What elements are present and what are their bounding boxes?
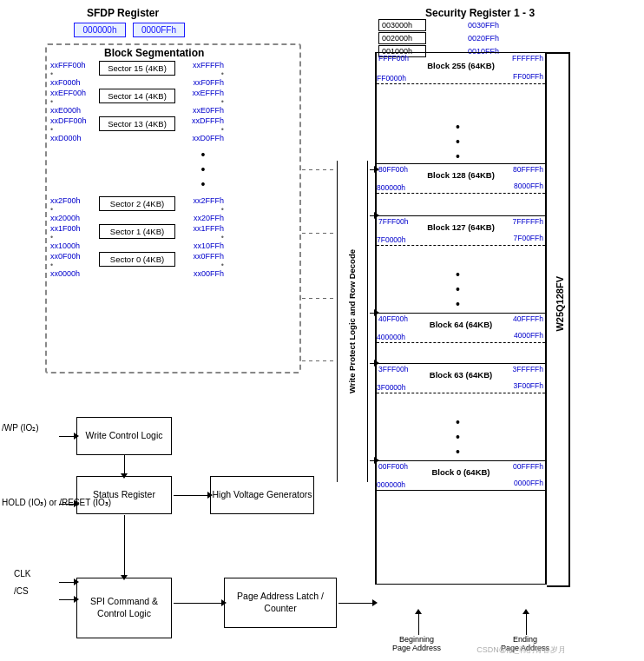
block-64: 40FF00h 40FFFFh Block 64 (64KB) 400000h … — [377, 313, 545, 343]
chip-label: W25Q128FV — [555, 276, 565, 332]
block-64-br: 4000FFh — [514, 331, 543, 340]
sector-row-0: xx0F00h • xx0000h Sector 0 (4KB) xx0FFFh… — [50, 252, 295, 278]
seg-to-wp-line-1 — [302, 169, 335, 170]
sfdp-addr-row: 000000h 0000FFh — [74, 23, 185, 37]
sector-15-bl2: xxF000h — [50, 78, 95, 87]
sector-15-tl: xxFFF00h — [50, 61, 95, 69]
chip-bottom-right-border — [547, 585, 568, 587]
block-128: 80FF00h 80FFFFh Block 128 (64KB) 800000h… — [377, 163, 545, 194]
ending-addr-arrow — [526, 613, 527, 635]
block-seg-title: Block Segmentation — [104, 47, 204, 59]
block-63-tr: 3FFFFFh — [513, 365, 543, 373]
sec-reg-addr-right-1: 0030FFh — [430, 21, 499, 30]
sector-row-13: xxDFF00h • xxD000h Sector 13 (4KB) xxDFF… — [50, 116, 295, 142]
sector-table: xxFFF00h • xxF000h Sector 15 (4KB) xxFFF… — [50, 61, 295, 280]
mem-dots-3: ••• — [456, 415, 460, 459]
chip-right-border — [568, 52, 570, 587]
block-64-tr: 40FFFFh — [513, 314, 543, 323]
block-0-br: 0000FFh — [514, 479, 543, 487]
sector-13-label: Sector 13 (4KB) — [99, 116, 175, 131]
sr-to-hv-arrow — [174, 495, 208, 496]
block-128-bl: 800000h — [377, 183, 405, 192]
sector-15-tr: xxFFFFh — [179, 61, 224, 69]
block-127-bl: 7F0000h — [377, 235, 406, 244]
block-128-br: 8000FFh — [514, 182, 543, 190]
security-label: Security Register 1 - 3 — [425, 7, 535, 19]
sector-2-label: Sector 2 (4KB) — [99, 196, 175, 211]
block-255: FFFF00h FFFFFFh Block 255 (64KB) FF0000h… — [377, 52, 545, 84]
spi-command-block: SPI Command & Control Logic — [76, 578, 172, 638]
wp-to-mem-arrow-5 — [370, 460, 375, 461]
hold-signal-label: HOLD (IO₃) or /RESET (IO₃) — [2, 497, 111, 508]
block-0-tr: 00FFFFh — [513, 462, 543, 471]
mem-map-right-border — [545, 52, 547, 584]
wp-to-mem-arrow-1 — [370, 169, 375, 170]
block-0-tl: 00FF00h — [378, 462, 408, 471]
page-address-label: Page Address Latch / Counter — [225, 591, 336, 614]
cs-signal-label: /CS — [14, 586, 29, 596]
block-63-bl: 3F0000h — [377, 383, 406, 392]
block-128-tl: 80FF00h — [378, 165, 408, 174]
block-63-br: 3F00FFh — [514, 381, 544, 390]
sector-row-14: xxEFF00h • xxE000h Sector 14 (4KB) xxEFF… — [50, 89, 295, 115]
spi-command-label: SPI Command & Control Logic — [77, 596, 171, 619]
wp-to-mem-arrow-4 — [370, 363, 375, 364]
sec-reg-row-2: 002000h 0020FFh — [378, 32, 499, 44]
sfdp-addr-end: 0000FFh — [133, 23, 185, 37]
wp-to-mem-arrow-2 — [370, 215, 375, 216]
chip-top-right-border — [547, 52, 568, 54]
sector-dots-middle: ••• — [111, 144, 295, 195]
sfdp-addr-start: 000000h — [74, 23, 126, 37]
block-127-br: 7F00FFh — [514, 234, 544, 242]
block-127-tl: 7FFF00h — [378, 217, 409, 226]
wcl-to-sr-arrow — [124, 455, 125, 474]
clk-signal-label: CLK — [14, 569, 30, 578]
beginning-addr-arrow — [418, 613, 419, 635]
write-control-block: Write Control Logic — [76, 417, 172, 455]
wp-to-wcl-arrow — [59, 436, 75, 437]
sfdp-label: SFDP Register — [87, 7, 159, 19]
high-voltage-label: High Voltage Generators — [213, 489, 312, 501]
high-voltage-block: High Voltage Generators — [210, 476, 314, 514]
hold-to-sr-arrow — [59, 504, 75, 505]
write-control-label: Write Control Logic — [85, 430, 162, 442]
mem-dots-2: ••• — [456, 268, 460, 311]
status-register-block: Status Register — [76, 476, 172, 514]
block-0-bl: 000000h — [377, 480, 405, 489]
diagram-container: SFDP Register 000000h 0000FFh Security R… — [0, 0, 644, 661]
sector-row-15: xxFFF00h • xxF000h Sector 15 (4KB) xxFFF… — [50, 61, 295, 87]
seg-to-wp-line-4 — [302, 360, 335, 361]
block-127-tr: 7FFFFFh — [513, 217, 543, 226]
block-255-tr: FFFFFFh — [512, 54, 543, 63]
beginning-page-label: BeginningPage Address — [382, 635, 451, 652]
wp-signal-label: /WP (IO₂) — [2, 423, 39, 433]
sector-14-label: Sector 14 (4KB) — [99, 89, 175, 103]
page-address-latch-block: Page Address Latch / Counter — [224, 578, 337, 628]
sector-row-2: xx2F00h • xx2000h Sector 2 (4KB) xx2FFFh… — [50, 196, 295, 222]
sector-15-bl: • — [50, 69, 95, 78]
block-64-tl: 40FF00h — [378, 314, 408, 323]
sec-reg-addr-left-1: 003000h — [378, 19, 426, 31]
sec-reg-addr-left-2: 002000h — [378, 32, 426, 44]
seg-to-wp-line-3 — [302, 298, 335, 299]
spi-to-palc-arrow — [174, 603, 222, 604]
sec-reg-addr-right-2: 0020FFh — [430, 34, 499, 43]
block-0: 00FF00h 00FFFFh Block 0 (64KB) 000000h 0… — [377, 460, 545, 491]
seg-to-wp-line-2 — [302, 233, 335, 234]
mem-dots-1: ••• — [456, 120, 460, 163]
sector-0-label: Sector 0 (4KB) — [99, 252, 175, 267]
mem-map-bottom-border — [375, 584, 547, 585]
block-63-tl: 3FFF00h — [378, 365, 409, 373]
watermark: CSDN@战_韩的青春岁月 — [476, 644, 566, 656]
sr-to-spi-arrow — [124, 515, 125, 576]
palc-to-mem-arrow — [338, 603, 373, 604]
chip-label-container: W25Q128FV — [552, 87, 568, 521]
block-127: 7FFF00h 7FFFFFh Block 127 (64KB) 7F0000h… — [377, 215, 545, 246]
wp-to-mem-arrow-3 — [370, 313, 375, 314]
wp-logic-label: Write Protect Logic and Row Decode — [347, 249, 357, 393]
block-128-tr: 80FFFFh — [513, 165, 543, 174]
block-255-br: FF00FFh — [513, 72, 543, 81]
block-255-tl: FFFF00h — [378, 54, 409, 63]
sector-15-label: Sector 15 (4KB) — [99, 61, 175, 76]
block-64-bl: 400000h — [377, 333, 405, 341]
